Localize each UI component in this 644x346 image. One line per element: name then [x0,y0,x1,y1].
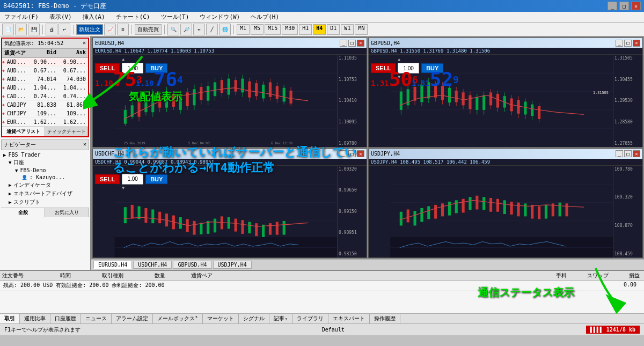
chart-gbpusd-controls[interactable]: _ □ ✕ [616,40,640,47]
nav-item-fbsdemo[interactable]: ▼ FBS-Demo [2,167,88,174]
market-watch-close[interactable]: ✕ [83,40,86,47]
chart-usdchf-controls[interactable]: _ □ ✕ [340,150,364,157]
mw-tab-tick-chart[interactable]: ティックチャート [45,127,88,136]
usdchf-sell-button[interactable]: SELL [95,174,120,184]
new-order-button[interactable]: 新規注文 [76,24,103,35]
toolbar-line[interactable]: ╱ [206,24,218,35]
window-controls[interactable]: _ □ ✕ [608,2,641,10]
tf-d1[interactable]: D1 [327,24,340,35]
nav-item-user[interactable]: 👤 : Kazuyo... [2,174,88,181]
list-item[interactable]: ◆ AUD... 1.04... 1.04... [2,84,88,92]
svg-text:25 Nov 2019: 25 Nov 2019 [124,141,145,145]
list-item[interactable]: ◆ CHFJPY 109... 109... [2,109,88,118]
chart-usdjpy-max[interactable]: □ [624,150,632,157]
svg-rect-114 [144,208,147,222]
nav-item-fbstrader[interactable]: ▶ FBS Trader [2,151,88,158]
svg-rect-133 [276,222,279,234]
chart-usdjpy-controls[interactable]: _ □ ✕ [616,150,640,157]
mw-tab-pair-list[interactable]: 通貨ペアリスト [2,127,45,136]
auto-trade-button[interactable]: 自動売買 [135,24,162,35]
usdchf-lot-input[interactable] [122,174,143,185]
chart-eurusd-max[interactable]: □ [348,40,356,47]
chart-usdjpy-min[interactable]: _ [616,150,623,157]
toolbar-zoom-out[interactable]: 🔎 [180,24,192,35]
tab-ratio[interactable]: 運用比率 [20,314,50,323]
tf-h4[interactable]: H4 [313,24,326,35]
tab-favorites[interactable]: お気に入り [45,208,89,217]
toolbar-indicator[interactable]: ≡ [117,24,129,35]
menu-file[interactable]: ファイル(F) [2,13,41,21]
toolbar-new[interactable]: 📄 [2,24,14,35]
list-item[interactable]: ◆ AUD... 0.90... 0.90... [2,58,88,67]
toolbar-save[interactable]: 💾 [28,24,40,35]
list-item[interactable]: ◆ AUD... 74.014 74.030 [2,75,88,84]
chart-gbpusd-min[interactable]: _ [616,40,623,47]
list-item[interactable]: ◆ CAD... 0.74... 0.74... [2,92,88,101]
tab-history[interactable]: 口座履歴 [50,314,81,323]
nav-item-accounts[interactable]: ▼ 口座 [2,158,88,167]
tab-journal[interactable]: 操作履歴 [370,314,400,323]
chart-tab-usdchf[interactable]: USDCHF,H4 [133,261,172,269]
tab-signals[interactable]: シグナル [239,314,269,323]
list-item[interactable]: ◆ EUR... 1.62... 1.62... [2,118,88,127]
menu-help[interactable]: ヘルプ(H) [248,13,281,21]
tab-market[interactable]: マーケット [203,314,239,323]
row-symbol: ◆ [2,120,5,124]
tab-news[interactable]: ニュース [81,314,112,323]
chart-gbpusd: GBPUSD,H4 _ □ ✕ GBPUSD,H4 1.31550 1.3176… [368,38,643,148]
chart-usdchf-max[interactable]: □ [348,150,356,157]
maximize-button[interactable]: □ [619,2,629,10]
menu-chart[interactable]: チャート(C) [114,13,152,21]
tab-articles[interactable]: 記事₃ [269,314,292,323]
chart-tab-gbpusd[interactable]: GBPUSD,H4 [173,261,211,269]
chart-eurusd-close[interactable]: ✕ [357,40,364,47]
chart-usdjpy-close[interactable]: ✕ [633,150,640,157]
chart-eurusd-controls[interactable]: _ □ ✕ [340,40,364,47]
chart-eurusd-min[interactable]: _ [340,40,347,47]
tab-expert[interactable]: エキスパート [328,314,370,323]
menu-window[interactable]: ウィンドウ(W) [197,13,242,21]
toolbar-print[interactable]: 🖨 [46,24,57,35]
close-button[interactable]: ✕ [631,2,641,10]
chart-usdchf-close[interactable]: ✕ [357,150,364,157]
tf-m5[interactable]: M5 [251,24,264,35]
toolbar-chart[interactable]: 📈 [104,24,116,35]
chf-price-2: 0.99650 [339,188,365,193]
toolbar-zoom-in[interactable]: 🔍 [167,24,179,35]
toolbar-undo[interactable]: ↩ [58,24,70,35]
tf-m15[interactable]: M15 [265,24,281,35]
tf-h1[interactable]: H1 [299,24,312,35]
bid-price: 1.62... [29,119,58,125]
navigator-close[interactable]: ✕ [83,141,86,149]
minimize-button[interactable]: _ [608,2,617,10]
toolbar-scroll[interactable]: ↔ [193,24,205,35]
price-level-4: 1.10095 [339,120,365,124]
nav-item-indicators[interactable]: ▶ インディケータ [2,181,88,189]
menu-view[interactable]: 表示(V) [47,13,74,21]
menu-tools[interactable]: ツール(T) [159,13,192,21]
tab-alerts[interactable]: アラーム設定 [112,314,153,323]
toolbar-open[interactable]: 📂 [15,24,27,35]
row-symbol: ◆ [2,111,5,116]
tab-mailbox[interactable]: メールボックス⁵ [153,314,203,323]
nav-item-scripts[interactable]: ▶ スクリプト [2,198,88,207]
nav-item-ea[interactable]: ▶ エキスパートアドバイザ [2,189,88,198]
list-item[interactable]: ◆ CADJPY 81.838 81.864 [2,101,88,109]
chart-tab-usdjpy[interactable]: USDJPY,H4 [213,261,252,269]
chart-gbpusd-max[interactable]: □ [624,40,632,47]
tf-m30[interactable]: M30 [282,24,298,35]
chart-tab-eurusd[interactable]: EURUSD,H4 [93,261,132,269]
toolbar-globe[interactable]: 🌐 [219,24,231,35]
menu-insert[interactable]: 挿入(A) [80,13,107,21]
tf-mn[interactable]: MN [355,24,368,35]
usdchf-buy-button[interactable]: BUY [145,174,167,184]
tab-library[interactable]: ライブラリ [292,314,328,323]
tab-trade[interactable]: 取引 [0,314,20,323]
chart-usdchf-min[interactable]: _ [340,150,347,157]
tf-w1[interactable]: W1 [341,24,354,35]
tf-m1[interactable]: M1 [237,24,250,35]
chart-gbpusd-close[interactable]: ✕ [633,40,640,47]
row-symbol: ◆ [2,102,5,107]
list-item[interactable]: ◆ AUD... 0.67... 0.67... [2,67,88,75]
tab-general[interactable]: 全般 [1,208,45,217]
